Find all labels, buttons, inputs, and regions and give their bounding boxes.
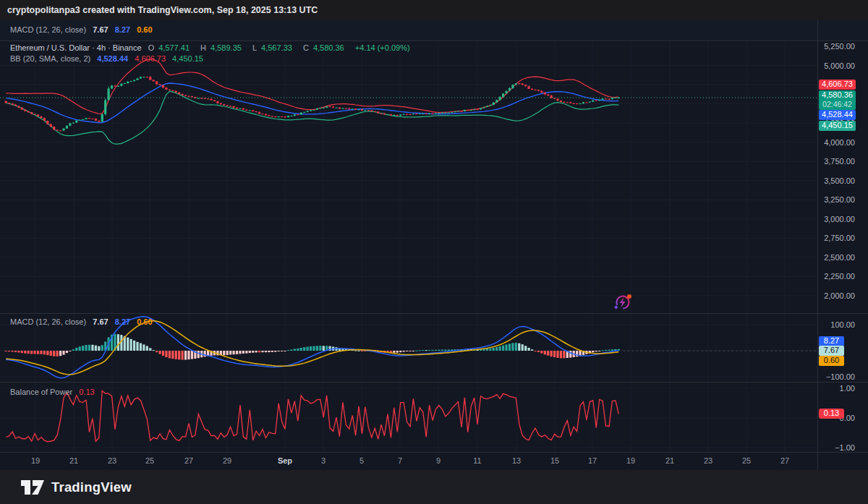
time-tick-label: 15 — [550, 456, 559, 465]
macd-hist-badge-value: 7.67 — [824, 346, 839, 354]
bop-value: 0.13 — [79, 388, 94, 396]
price-tick-label: 3,500.00 — [819, 176, 855, 185]
bb-lower-badge: 4,450.15 — [819, 121, 856, 131]
macd-tick-label: 100.00 — [819, 320, 855, 329]
bb-basis-value: 4,528.44 — [97, 54, 128, 63]
close-label: C — [303, 43, 309, 52]
bop-tick-label: 1.00 — [819, 384, 855, 393]
bb-upper-badge-value: 4,606.73 — [822, 80, 853, 88]
macd-hist-badge: 7.67 — [819, 346, 844, 356]
last-price-value: 4,580.36 — [822, 90, 853, 99]
time-tick-label: 25 — [145, 456, 154, 465]
time-tick-label: 29 — [223, 456, 231, 465]
high-label: H — [200, 43, 206, 52]
price-tick-label: 2,500.00 — [819, 253, 855, 262]
price-tick-label: 3,750.00 — [819, 157, 855, 166]
macd-line-badge: 8.27 — [819, 336, 844, 346]
price-tick-label: 3,000.00 — [819, 215, 855, 223]
low-label: L — [252, 43, 257, 52]
price-tick-label: 2,250.00 — [819, 272, 855, 281]
bop-legend: Balance of Power 0.13 — [10, 388, 99, 396]
change-value: +4.14 (+0.09%) — [355, 43, 410, 52]
footer-bar: TradingView — [0, 470, 868, 504]
time-tick-label: 7 — [398, 456, 402, 465]
time-tick-label: 21 — [665, 456, 674, 465]
price-tick-label: 3,250.00 — [819, 195, 855, 204]
time-tick-label: 27 — [184, 456, 193, 465]
price-tick-label: 2,000.00 — [819, 291, 855, 300]
bb-upper-badge: 4,606.73 — [819, 80, 856, 90]
macd-pane-legend: MACD (12, 26, close) 7.67 8.27 0.60 — [10, 317, 157, 326]
bb-upper-value: 4,606.73 — [135, 54, 166, 63]
price-tick-label: 2,750.00 — [819, 234, 855, 242]
low-value: 4,567.33 — [261, 43, 292, 52]
chart-background[interactable] — [0, 40, 868, 470]
high-value: 4,589.35 — [210, 43, 242, 52]
time-tick-label: 5 — [359, 456, 364, 465]
bop-badge-value: 0.13 — [824, 409, 839, 417]
bop-badge: 0.13 — [819, 409, 844, 419]
bar-countdown: 02:46:42 — [819, 100, 856, 108]
watermark-text: cryptopolitanpa3 created with TradingVie… — [7, 5, 318, 15]
pane-separator[interactable] — [0, 40, 868, 41]
macd-line-badge-value: 8.27 — [824, 336, 839, 345]
macd-pane-title: MACD (12, 26, close) — [10, 317, 86, 326]
macd-signal-value: 0.60 — [137, 25, 152, 34]
pane-separator[interactable] — [0, 313, 868, 314]
tradingview-logo-icon[interactable] — [20, 479, 45, 495]
open-value: 4,577.41 — [158, 43, 190, 52]
last-price-badge: 4,580.36 02:46:42 — [819, 90, 856, 110]
macd-signal-badge: 0.60 — [819, 356, 844, 366]
bb-basis-badge-value: 4,528.44 — [822, 110, 853, 119]
time-axis-separator — [0, 452, 868, 453]
time-tick-label: 17 — [588, 456, 597, 465]
time-tick-label: 25 — [742, 456, 751, 465]
bb-basis-badge: 4,528.44 — [819, 110, 856, 120]
bb-lower-badge-value: 4,450.15 — [822, 121, 853, 129]
macd-strip-title: MACD (12, 26, close) — [10, 25, 86, 34]
price-axis-separator — [817, 20, 818, 470]
price-tick-label: 5,250.00 — [819, 42, 855, 51]
bb-lower-value: 4,450.15 — [172, 54, 203, 63]
time-tick-label: 23 — [704, 456, 712, 465]
bb-legend: BB (20, SMA, close, 2) 4,528.44 4,606.73… — [10, 54, 208, 63]
time-tick-label: 13 — [512, 456, 521, 465]
time-tick-label: 23 — [108, 456, 116, 465]
macd-pane-hist-value: 7.67 — [93, 317, 108, 326]
time-tick-label: Sep — [278, 456, 292, 465]
time-tick-label: 19 — [626, 456, 635, 465]
pane-separator[interactable] — [0, 382, 868, 383]
macd-pane-signal-value: 0.60 — [137, 317, 152, 326]
time-tick-label: 9 — [436, 456, 441, 465]
tradingview-chart-page: cryptopolitanpa3 created with TradingVie… — [0, 0, 868, 504]
price-tick-label: 4,000.00 — [819, 138, 855, 147]
macd-pane-line-value: 8.27 — [115, 317, 130, 326]
time-tick-label: 11 — [473, 456, 481, 465]
bop-tick-label: −1.00 — [819, 443, 855, 452]
macd-hist-value: 7.67 — [93, 25, 108, 34]
close-value: 4,580.36 — [313, 43, 344, 52]
symbol-title: Ethereum / U.S. Dollar · 4h · Binance — [10, 43, 142, 52]
symbol-legend: Ethereum / U.S. Dollar · 4h · Binance O4… — [10, 43, 414, 52]
time-tick-label: 27 — [780, 456, 789, 465]
time-tick-label: 21 — [69, 456, 78, 465]
watermark-header: cryptopolitanpa3 created with TradingVie… — [0, 0, 868, 20]
macd-tick-label: −100.00 — [819, 372, 855, 381]
site-watermark-icon — [611, 291, 634, 314]
open-label: O — [148, 43, 155, 52]
macd-strip-legend: MACD (12, 26, close) 7.67 8.27 0.60 — [10, 25, 157, 34]
macd-line-value: 8.27 — [115, 25, 130, 34]
time-tick-label: 3 — [321, 456, 326, 465]
tradingview-brand[interactable]: TradingView — [51, 479, 132, 495]
time-tick-label: 19 — [31, 456, 40, 465]
bb-title: BB (20, SMA, close, 2) — [10, 54, 90, 63]
macd-signal-badge-value: 0.60 — [824, 356, 839, 364]
price-tick-label: 5,000.00 — [819, 61, 855, 70]
bop-title: Balance of Power — [10, 388, 72, 396]
